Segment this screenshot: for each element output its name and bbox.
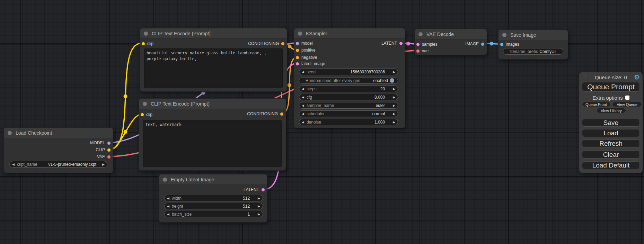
port-dot-clip[interactable] [107,148,111,152]
widget-ckpt-name[interactable]: ◀ ckpt_name v1-5-pruned-emaonly.ckpt ▶ [9,161,107,168]
increment-arrow-icon[interactable]: ▶ [255,197,263,200]
increment-arrow-icon[interactable]: ▶ [100,163,107,166]
port-dot-image[interactable] [481,43,484,46]
port-dot-conditioning[interactable] [296,56,299,59]
queue-prompt-button[interactable]: Queue Prompt [582,82,640,92]
node-clip-text-encode-negative[interactable]: CLIP Text Encode (Prompt) clip CONDITION… [139,98,286,171]
decrement-arrow-icon[interactable]: ◀ [165,205,172,208]
port-dot-conditioning[interactable] [281,42,284,45]
widget-cfg[interactable]: ◀ cfg 8.000 ▶ [299,94,398,100]
extra-options-checkbox[interactable] [625,96,629,100]
port-dot-model[interactable] [107,142,111,145]
port-dot-clip[interactable] [141,113,144,116]
port-dot-conditioning[interactable] [296,49,299,52]
increment-arrow-icon[interactable]: ▶ [390,70,398,74]
node-title-bar[interactable]: Save Image [499,30,568,40]
node-title-bar[interactable]: KSampler [294,28,405,39]
node-title: Save Image [510,32,536,38]
node-load-checkpoint[interactable]: Load Checkpoint MODEL CLIP VAE ◀ ckpt_na… [3,127,113,173]
prompt-textarea-positive[interactable]: beautiful scenery nature glass bottle la… [144,48,283,88]
widget-filename-prefix[interactable]: filename_prefix ComfyUI [503,48,563,55]
node-title-bar[interactable]: Empty Latent Image [159,174,267,185]
collapse-dot-icon[interactable] [502,33,506,37]
collapse-dot-icon[interactable] [163,178,167,182]
save-button[interactable]: Save [582,119,640,127]
port-dot-latent[interactable] [399,42,403,45]
port-dot-clip[interactable] [142,42,145,45]
decrement-arrow-icon[interactable]: ◀ [299,70,307,74]
node-title: VAE Decode [426,31,454,37]
wire-midpoint-dot[interactable] [124,94,127,98]
port-dot-latent[interactable] [296,62,299,65]
node-vae-decode[interactable]: VAE Decode samples vae IMAGE [414,29,487,55]
node-empty-latent-image[interactable]: Empty Latent Image LATENT ◀ width 512 ▶ … [159,174,267,223]
decrement-arrow-icon[interactable]: ◀ [165,197,172,200]
view-queue-button[interactable]: View Queue [612,102,642,107]
widget-height[interactable]: ◀ height 512 ▶ [164,203,263,209]
node-graph-canvas[interactable]: CLIP Text Encode (Prompt) clip CONDITION… [0,0,644,244]
collapse-dot-icon[interactable] [8,131,12,135]
increment-arrow-icon[interactable]: ▶ [255,205,263,208]
node-title: CLIP Text Encode (Prompt) [151,101,210,107]
decrement-arrow-icon[interactable]: ◀ [299,87,307,91]
increment-arrow-icon[interactable]: ▶ [390,87,398,91]
widget-width[interactable]: ◀ width 512 ▶ [164,195,263,201]
toggle-enabled-icon[interactable] [390,78,394,83]
drag-handle-icon[interactable] [583,75,586,79]
port-dot-conditioning[interactable] [280,112,283,116]
port-dot-latent[interactable] [416,43,420,46]
port-dot-latent[interactable] [262,188,265,191]
prompt-textarea-negative[interactable]: text, watermark [143,120,282,167]
wire-midpoint-dot[interactable] [124,130,127,134]
node-ksampler[interactable]: KSampler model positive negative latent_… [294,28,405,128]
collapse-dot-icon[interactable] [418,32,423,36]
widget-seed[interactable]: ◀ seed 156680208700286 ▶ [299,69,398,75]
node-title: Empty Latent Image [171,177,214,182]
increment-arrow-icon[interactable]: ▶ [390,104,398,107]
node-title-bar[interactable]: VAE Decode [415,29,487,39]
wire-midpoint-dot[interactable] [406,42,410,46]
load-default-button[interactable]: Load Default [582,161,640,169]
increment-arrow-icon[interactable]: ▶ [390,112,398,116]
port-dot-vae[interactable] [107,155,111,159]
port-dot-vae[interactable] [416,49,420,53]
output-model: MODEL [90,140,111,146]
refresh-button[interactable]: Refresh [582,139,640,147]
decrement-arrow-icon[interactable]: ◀ [299,96,307,99]
decrement-arrow-icon[interactable]: ◀ [299,104,307,107]
output-clip: CLIP [96,147,111,153]
input-samples: samples [416,42,438,47]
decrement-arrow-icon[interactable]: ◀ [10,163,17,166]
node-title-bar[interactable]: CLIP Text Encode (Prompt) [140,28,287,39]
widget-scheduler[interactable]: ◀ scheduler normal ▶ [299,110,398,117]
clear-button[interactable]: Clear [582,151,640,159]
load-button[interactable]: Load [582,129,640,137]
widget-random-seed-toggle[interactable]: Random seed after every gen enabled [299,77,398,84]
node-save-image[interactable]: Save Image images filename_prefix ComfyU… [498,29,568,60]
decrement-arrow-icon[interactable]: ◀ [299,112,307,116]
wire-midpoint-dot[interactable] [288,83,291,87]
collapse-dot-icon[interactable] [144,31,148,36]
collapse-dot-icon[interactable] [143,102,147,106]
increment-arrow-icon[interactable]: ▶ [255,213,263,216]
increment-arrow-icon[interactable]: ▶ [390,96,398,99]
node-title-bar[interactable]: CLIP Text Encode (Prompt) [139,99,286,109]
view-history-button[interactable]: View History [597,108,626,113]
widget-denoise[interactable]: ◀ denoise 1.000 ▶ [299,119,398,125]
decrement-arrow-icon[interactable]: ◀ [165,213,172,216]
increment-arrow-icon[interactable]: ▶ [390,120,398,124]
node-clip-text-encode-positive[interactable]: CLIP Text Encode (Prompt) clip CONDITION… [140,28,287,92]
collapse-dot-icon[interactable] [298,31,302,36]
widget-sampler-name[interactable]: ◀ sampler_name euler ▶ [299,102,398,109]
decrement-arrow-icon[interactable]: ◀ [299,120,307,124]
port-dot-image[interactable] [500,43,503,46]
wire-midpoint-dot[interactable] [490,42,494,46]
wire-midpoint-dot[interactable] [288,45,292,48]
node-title-bar[interactable]: Load Checkpoint [4,128,113,138]
queue-front-button[interactable]: Queue Front [582,102,610,107]
port-dot-model[interactable] [296,42,299,45]
widget-batch-size[interactable]: ◀ batch_size 1 ▶ [164,211,263,217]
widget-steps[interactable]: ◀ steps 20 ▶ [299,85,398,92]
queue-panel: Queue size: 0 ⚙ Queue Prompt Extra optio… [579,72,643,173]
gear-icon[interactable]: ⚙ [634,73,640,82]
